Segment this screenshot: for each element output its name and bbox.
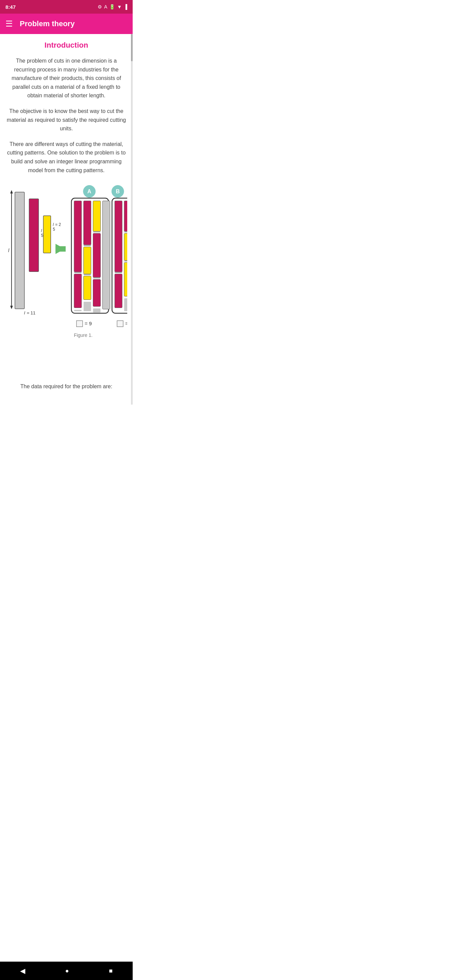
svg-rect-44 <box>114 274 122 308</box>
svg-text:A: A <box>87 189 92 195</box>
signal-icon: ▐ <box>124 4 127 10</box>
wifi-icon: ▼ <box>117 4 122 10</box>
status-bar: 8:47 ⚙ A 🔋 ▼ ▐ <box>0 0 133 14</box>
paragraph-1: The problem of cuts in one dimension is … <box>5 56 127 100</box>
svg-text:= 11: = 11 <box>27 311 35 316</box>
svg-rect-16 <box>56 247 66 252</box>
figure-svg: l l = 5 5 l = 2 5 l = 11 <box>5 181 127 379</box>
paragraph-2: The objective is to know the best way to… <box>5 107 127 133</box>
svg-rect-48 <box>124 298 127 311</box>
svg-rect-45 <box>124 201 127 231</box>
svg-rect-4 <box>15 192 24 309</box>
scrollbar-track[interactable] <box>131 34 133 404</box>
svg-text:l: l <box>24 311 25 316</box>
app-bar: ☰ Problem theory <box>0 14 133 34</box>
status-icons: ⚙ A 🔋 ▼ ▐ <box>98 4 127 10</box>
status-time: 8:47 <box>5 4 16 10</box>
svg-text:= 2: = 2 <box>55 222 61 227</box>
svg-text:B: B <box>116 189 120 195</box>
svg-text:Figure 1.: Figure 1. <box>74 332 92 338</box>
input-icon: A <box>104 4 107 10</box>
svg-rect-27 <box>93 201 101 231</box>
settings-icon: ⚙ <box>98 4 102 10</box>
svg-rect-46 <box>124 234 127 261</box>
section-title: Introduction <box>5 41 127 50</box>
battery-icon: 🔋 <box>109 4 115 10</box>
paragraph-3: There are different ways of cutting the … <box>5 140 127 175</box>
svg-text:l: l <box>41 228 42 233</box>
scrollbar-thumb[interactable] <box>131 34 133 61</box>
svg-rect-31 <box>102 201 110 309</box>
menu-icon[interactable]: ☰ <box>5 19 13 29</box>
figure-svg-area: l l = 5 5 l = 2 5 l = 11 <box>5 181 127 379</box>
svg-rect-43 <box>114 201 122 272</box>
svg-rect-47 <box>124 262 127 296</box>
svg-rect-28 <box>93 234 101 277</box>
svg-text:5: 5 <box>41 233 43 238</box>
svg-rect-23 <box>84 201 91 245</box>
main-content: Introduction The problem of cuts in one … <box>0 34 133 404</box>
svg-rect-9 <box>43 216 51 253</box>
svg-rect-26 <box>84 302 91 311</box>
svg-rect-37 <box>76 321 83 327</box>
svg-text:l: l <box>8 248 10 253</box>
app-bar-title: Problem theory <box>20 19 75 28</box>
svg-marker-1 <box>10 190 13 194</box>
svg-marker-2 <box>10 306 13 309</box>
figure-1: l l = 5 5 l = 2 5 l = 11 <box>5 181 127 379</box>
svg-rect-30 <box>93 309 101 313</box>
svg-rect-29 <box>93 279 101 307</box>
svg-rect-24 <box>84 247 91 274</box>
svg-rect-21 <box>74 274 82 308</box>
svg-rect-59 <box>117 321 123 327</box>
svg-text:l: l <box>53 222 54 227</box>
svg-text:5: 5 <box>53 227 55 232</box>
svg-text:= 9: = 9 <box>125 321 127 326</box>
svg-text:= 9: = 9 <box>85 321 92 326</box>
paragraph-last: The data required for the problem are: <box>5 382 127 391</box>
svg-rect-20 <box>74 201 82 272</box>
svg-rect-22 <box>74 310 82 311</box>
svg-rect-5 <box>29 199 39 272</box>
svg-rect-25 <box>84 276 91 300</box>
